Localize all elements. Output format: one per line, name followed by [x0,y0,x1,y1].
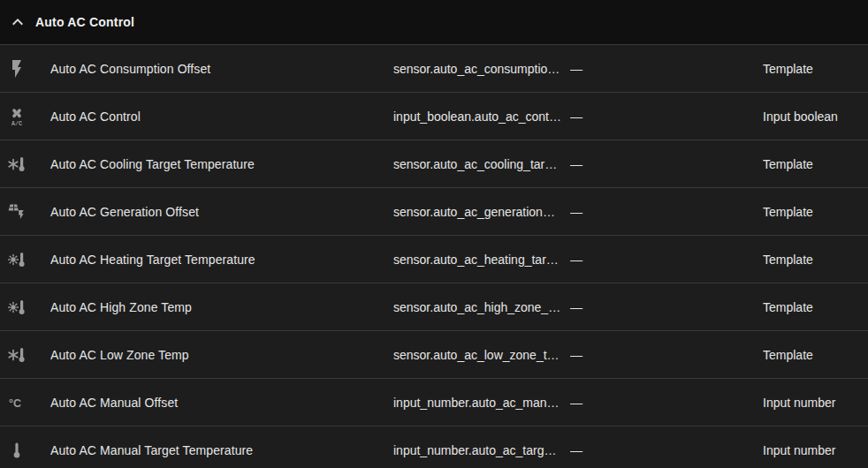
entity-state: — [570,396,763,410]
sun-thermometer-icon [4,249,50,270]
entity-state: — [570,300,763,314]
entity-id: sensor.auto_ac_cooling_target_te… [393,157,570,171]
temperature-celsius-icon: °C [4,392,50,413]
svg-text:°C: °C [9,396,21,409]
entity-type: Input number [763,443,868,457]
entity-table: Auto AC Consumption Offset sensor.auto_a… [0,44,868,468]
entity-name: Auto AC Low Zone Temp [50,348,393,362]
solar-power-flash-icon [4,201,50,223]
air-conditioner-icon: A/C [4,106,50,127]
entity-name: Auto AC Consumption Offset [50,62,393,76]
entity-row[interactable]: Auto AC Consumption Offset sensor.auto_a… [0,44,868,92]
entity-type: Template [763,62,868,76]
entity-row[interactable]: A/C Auto AC Control input_boolean.auto_a… [0,92,868,140]
entity-row[interactable]: °C Auto AC Manual Offset input_number.au… [0,378,868,426]
entity-id: sensor.auto_ac_consumption_off… [393,62,570,76]
entity-id: sensor.auto_ac_high_zone_temp [393,300,570,314]
entity-name: Auto AC Manual Offset [50,396,393,410]
entity-type: Template [763,157,868,171]
entity-type: Template [763,300,868,314]
entity-state: — [570,205,763,219]
entity-name: Auto AC Heating Target Temperature [50,253,393,267]
flash-icon [4,58,50,79]
snowflake-thermometer-icon [4,154,50,175]
entity-state: — [570,157,763,171]
entity-id: sensor.auto_ac_low_zone_temp [393,348,570,362]
entity-type: Input boolean [763,109,868,124]
sun-thermometer-icon [4,297,50,318]
collapse-group-button[interactable] [7,11,28,33]
entity-id: input_boolean.auto_ac_control [393,109,570,124]
entity-state: — [570,62,763,76]
entity-row[interactable]: Auto AC Cooling Target Temperature senso… [0,140,868,187]
entity-row[interactable]: Auto AC Low Zone Temp sensor.auto_ac_low… [0,330,868,378]
entity-state: — [570,109,763,124]
thermometer-icon [4,440,50,461]
entity-id: input_number.auto_ac_manual_of… [393,396,570,410]
svg-text:A/C: A/C [11,121,22,127]
entity-id: input_number.auto_ac_target_tem… [393,443,570,457]
entity-name: Auto AC High Zone Temp [50,300,393,314]
group-header: Auto AC Control [0,0,868,44]
entity-name: Auto AC Manual Target Temperature [50,443,393,457]
entity-name: Auto AC Cooling Target Temperature [50,157,393,171]
entity-name: Auto AC Control [50,109,393,124]
snowflake-thermometer-icon [4,344,50,366]
entity-row[interactable]: Auto AC Generation Offset sensor.auto_ac… [0,187,868,235]
group-title: Auto AC Control [35,15,134,29]
entity-state: — [570,348,763,362]
entity-type: Input number [763,396,868,410]
entity-state: — [570,253,763,267]
entity-id: sensor.auto_ac_generation_offset [393,205,570,219]
entity-row[interactable]: Auto AC High Zone Temp sensor.auto_ac_hi… [0,283,868,330]
entity-name: Auto AC Generation Offset [50,205,393,219]
entity-type: Template [763,253,868,267]
entity-type: Template [763,205,868,219]
entity-row[interactable]: Auto AC Heating Target Temperature senso… [0,235,868,283]
entity-state: — [570,443,763,457]
entity-row[interactable]: Auto AC Manual Target Temperature input_… [0,426,868,468]
chevron-up-icon [7,11,28,33]
entity-type: Template [763,348,868,362]
entity-id: sensor.auto_ac_heating_target_te… [393,253,570,267]
